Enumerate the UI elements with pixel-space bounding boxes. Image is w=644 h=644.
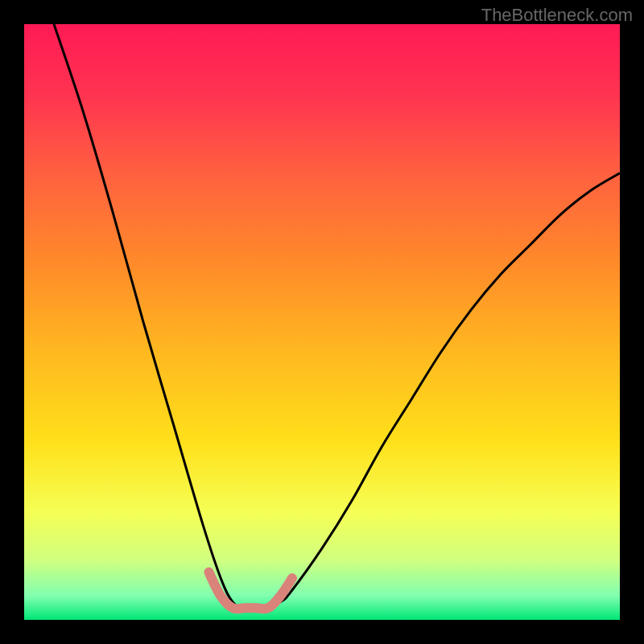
chart-svg: [24, 24, 620, 620]
gradient-background: [24, 24, 620, 620]
bottleneck-chart: [24, 24, 620, 620]
watermark-text: TheBottleneck.com: [481, 5, 633, 26]
